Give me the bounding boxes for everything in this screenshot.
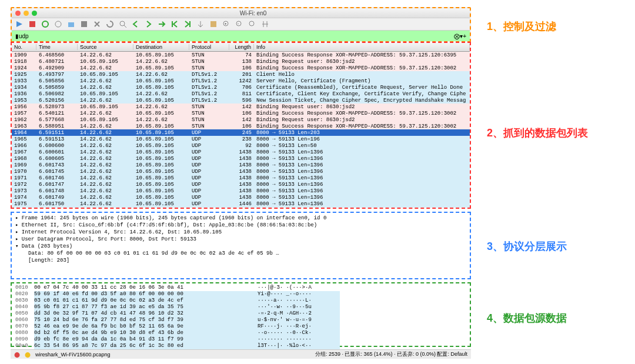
svg-rect-8 (210, 21, 216, 27)
packet-row[interactable]: 19246.49290914.22.6.6210.65.89.105STUN10… (12, 65, 470, 71)
last-icon[interactable] (183, 20, 192, 28)
save-icon[interactable] (80, 20, 88, 28)
svg-rect-1 (29, 21, 35, 27)
packet-bytes-view[interactable]: 001000 e7 04 7c 40 00 33 11 cc 28 0e 16 … (11, 282, 471, 347)
status-packets: 分组: 2539 · 已显示: 365 (14.4%) · 已丢弃: 0 (0.… (315, 350, 467, 358)
goto-icon[interactable] (158, 20, 166, 28)
toolbar: + - (12, 18, 470, 31)
open-icon[interactable] (67, 20, 75, 28)
annotation-1: 1、控制及过滤 (487, 19, 556, 34)
window-title: Wi-Fi: en0 (40, 10, 466, 16)
packet-row[interactable]: 19186.48072110.65.89.10514.22.6.62STUN13… (12, 58, 470, 65)
filter-add-icon[interactable]: + (463, 33, 466, 39)
restart-capture-icon[interactable] (41, 20, 49, 28)
colorize-icon[interactable] (209, 20, 218, 28)
hex-row[interactable]: 001000 e7 04 7c 40 00 33 11 cc 28 0e 16 … (15, 285, 466, 291)
col-no[interactable]: No. (12, 44, 36, 50)
col-source[interactable]: Source (78, 44, 133, 50)
prev-icon[interactable] (132, 20, 140, 28)
packet-row[interactable]: 19726.60174714.22.6.6210.65.89.105UDP143… (12, 181, 470, 188)
packet-row[interactable]: 19576.54012114.22.6.6210.65.89.105STUN10… (12, 110, 470, 116)
packet-row[interactable]: 19566.52897310.65.89.10514.22.6.62STUN14… (12, 103, 470, 110)
packet-row[interactable]: 19756.60175014.22.6.6210.65.89.105UDP144… (12, 201, 470, 207)
col-time[interactable]: Time (36, 44, 78, 50)
hex-row[interactable]: 00a06c 33 54 86 95 a8 7c 97 da 25 6c 6f … (15, 343, 466, 349)
tree-node[interactable]: Data: 80 6f 00 00 00 00 03 c0 01 01 c1 6… (15, 250, 466, 257)
annotation-2: 2、抓到的数据包列表 (487, 126, 588, 140)
options-icon[interactable] (54, 20, 62, 28)
hex-row[interactable]: 004005 9b f8 27 c1 87 77 f3 ae 1d 39 ac … (15, 304, 466, 310)
col-destination[interactable]: Destination (133, 44, 189, 50)
packet-row[interactable]: 19686.60060514.22.6.6210.65.89.105UDP143… (12, 155, 470, 162)
col-info[interactable]: Info (254, 44, 470, 50)
minimize-icon[interactable] (24, 11, 29, 16)
autoscroll-icon[interactable] (196, 20, 205, 28)
zoom-reset-icon[interactable] (248, 20, 256, 28)
col-protocol[interactable]: Protocol (189, 44, 229, 50)
col-length[interactable]: Length (229, 44, 254, 50)
svg-marker-0 (16, 21, 22, 27)
packet-row[interactable]: 19366.50698210.65.89.10514.22.6.62DTLSv1… (12, 91, 470, 97)
zoom-out-icon[interactable]: - (235, 20, 243, 28)
packet-row[interactable]: 19676.60060114.22.6.6210.65.89.105UDP143… (12, 149, 470, 155)
stop-capture-icon[interactable] (28, 20, 36, 28)
hex-row[interactable]: 003003 c0 01 01 c1 61 9d d9 0e 0c 0c 02 … (15, 298, 466, 304)
hex-row[interactable]: 006075 10 24 bd 6e 76 fa 27 77 8d ed 75 … (15, 317, 466, 323)
packet-row[interactable]: 19666.60060014.22.6.6210.65.89.105UDP928… (12, 142, 470, 149)
hex-row[interactable]: 0090d9 eb fc 8e e9 94 da da 1c 0a b4 91 … (15, 336, 466, 343)
display-filter-input[interactable] (19, 33, 454, 39)
hex-row[interactable]: 007052 46 ea e9 9e de 6a f9 bc b0 bf 52 … (15, 323, 466, 330)
packet-row[interactable]: 19706.60174514.22.6.6210.65.89.105UDP143… (12, 168, 470, 175)
zoom-in-icon[interactable]: + (222, 20, 230, 28)
reload-icon[interactable] (106, 20, 114, 28)
first-icon[interactable] (171, 20, 179, 28)
toolbar-section: Wi-Fi: en0 + - ▮ ⨂ ▾ + (11, 7, 471, 42)
status-file: wireshark_Wi-FiV15600.pcapng (35, 352, 310, 358)
packet-row[interactable]: 19636.58895114.22.6.6210.65.89.105STUN10… (12, 123, 470, 129)
tree-node[interactable]: [Length: 203] (15, 257, 466, 264)
packet-row[interactable]: 19766.60175114.22.6.6210.65.89.105UDP143… (12, 207, 470, 209)
expert-info-icon[interactable]: ⬤ (25, 352, 31, 358)
start-capture-icon[interactable] (15, 20, 24, 28)
packet-row[interactable]: 19336.50585614.22.6.6210.65.89.105DTLSv1… (12, 78, 470, 84)
packet-list[interactable]: No. Time Source Destination Protocol Len… (11, 42, 471, 209)
packet-row[interactable]: 19256.49379710.65.89.10514.22.6.62DTLSv1… (12, 71, 470, 78)
tree-node[interactable]: ▸ Frame 1964: 245 bytes on wire (1960 bi… (15, 215, 466, 222)
packet-row[interactable]: 19346.50585914.22.6.6210.65.89.105DTLSv1… (12, 84, 470, 91)
packet-row[interactable]: 19096.46856014.22.6.6210.65.89.105STUN74… (12, 52, 470, 58)
stop-indicator-icon: ⬤ (14, 352, 20, 358)
tree-node[interactable]: ▾ Data (203 bytes) (15, 243, 466, 250)
close-file-icon[interactable] (93, 20, 101, 28)
packet-row[interactable]: 19696.60174314.22.6.6210.65.89.105UDP143… (12, 162, 470, 168)
status-bar: ⬤ ⬤ wireshark_Wi-FiV15600.pcapng 分组: 253… (11, 349, 471, 359)
tree-node[interactable]: ▸ Internet Protocol Version 4, Src: 14.2… (15, 229, 466, 236)
tree-node[interactable]: ▸ User Datagram Protocol, Src Port: 8000… (15, 236, 466, 243)
packet-row[interactable]: 19736.60174814.22.6.6210.65.89.105UDP143… (12, 188, 470, 194)
annotation-3: 3、协议分层展示 (487, 239, 567, 253)
packet-row[interactable]: 19646.59151114.22.6.6210.65.89.105UDP245… (12, 129, 470, 136)
packet-row[interactable]: 19536.52015614.22.6.6210.65.89.105DTLSv1… (12, 97, 470, 103)
svg-text:-: - (238, 22, 239, 25)
packet-row[interactable]: 19746.60174914.22.6.6210.65.89.105UDP143… (12, 194, 470, 201)
svg-point-3 (55, 21, 61, 27)
svg-line-7 (124, 25, 126, 28)
packet-details-tree[interactable]: ▸ Frame 1964: 245 bytes on wire (1960 bi… (11, 212, 471, 279)
resize-columns-icon[interactable] (261, 20, 269, 28)
packet-row[interactable]: 19716.60174614.22.6.6210.65.89.105UDP143… (12, 175, 470, 181)
packet-row[interactable]: 19626.57766810.65.89.10514.22.6.62STUN14… (12, 116, 470, 123)
close-icon[interactable] (15, 11, 21, 16)
find-icon[interactable] (119, 20, 127, 28)
filter-clear-icon[interactable]: ⨂ (454, 33, 460, 39)
svg-point-2 (42, 21, 48, 27)
hex-row[interactable]: 00800d b2 6f f5 0c ae d4 9b e9 10 30 d8 … (15, 330, 466, 336)
zoom-icon[interactable] (32, 11, 37, 16)
display-filter-bar: ▮ ⨂ ▾ + (12, 31, 470, 41)
hex-row[interactable]: 0050dd 3d 0e 32 9f 71 07 4d cb 41 47 48 … (15, 310, 466, 317)
hex-row[interactable]: 002059 69 1f 40 e6 fd 00 d3 5f a0 80 6f … (15, 291, 466, 298)
next-icon[interactable] (145, 20, 153, 28)
tree-node[interactable]: ▸ Ethernet II, Src: Cisco_6f:6b:bf (c4:f… (15, 222, 466, 229)
svg-point-6 (120, 21, 125, 26)
svg-rect-4 (68, 22, 74, 27)
packet-row[interactable]: 19656.59151314.22.6.6210.65.89.105UDP238… (12, 136, 470, 142)
svg-point-13 (249, 21, 254, 26)
